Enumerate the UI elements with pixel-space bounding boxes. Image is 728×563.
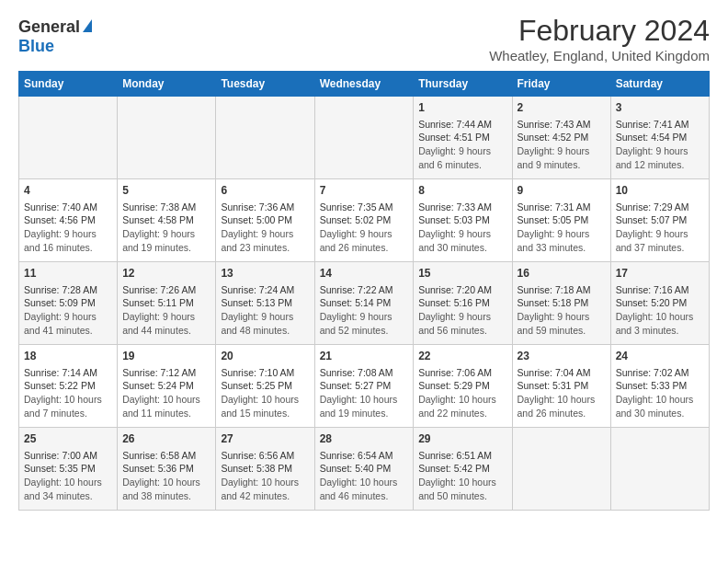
day-number: 24 (616, 349, 704, 364)
day-number: 8 (418, 183, 506, 199)
day-number: 14 (320, 266, 409, 282)
day-number: 29 (418, 431, 506, 447)
day-number: 7 (320, 183, 409, 199)
daylight-label: Daylight: 10 hours and 19 minutes. (320, 394, 398, 419)
calendar-week-4: 18Sunrise: 7:14 AMSunset: 5:22 PMDayligh… (19, 345, 710, 428)
day-info: Sunrise: 7:29 AMSunset: 5:07 PMDaylight:… (616, 201, 704, 255)
day-info: Sunrise: 6:51 AMSunset: 5:42 PMDaylight:… (418, 449, 506, 503)
daylight-label: Daylight: 9 hours and 44 minutes. (122, 311, 195, 336)
day-info: Sunrise: 7:44 AMSunset: 4:51 PMDaylight:… (418, 118, 506, 172)
daylight-label: Daylight: 9 hours and 48 minutes. (221, 311, 293, 336)
calendar-cell (314, 97, 414, 179)
daylight-label: Daylight: 10 hours and 22 minutes. (418, 394, 496, 419)
col-monday: Monday (118, 72, 216, 97)
calendar-cell: 7Sunrise: 7:35 AMSunset: 5:02 PMDaylight… (314, 179, 414, 262)
day-number: 4 (24, 183, 112, 199)
calendar-cell: 20Sunrise: 7:10 AMSunset: 5:25 PMDayligh… (216, 345, 314, 428)
day-info: Sunrise: 7:00 AMSunset: 5:35 PMDaylight:… (24, 449, 112, 503)
day-info: Sunrise: 7:24 AMSunset: 5:13 PMDaylight:… (221, 283, 309, 338)
calendar-cell: 26Sunrise: 6:58 AMSunset: 5:36 PMDayligh… (118, 428, 216, 511)
calendar-cell: 17Sunrise: 7:16 AMSunset: 5:20 PMDayligh… (610, 262, 709, 345)
day-number: 5 (122, 183, 210, 199)
calendar-cell: 5Sunrise: 7:38 AMSunset: 4:58 PMDaylight… (118, 179, 216, 262)
calendar-cell: 23Sunrise: 7:04 AMSunset: 5:31 PMDayligh… (512, 345, 610, 428)
daylight-label: Daylight: 9 hours and 23 minutes. (221, 228, 293, 253)
calendar-cell: 6Sunrise: 7:36 AMSunset: 5:00 PMDaylight… (216, 179, 314, 262)
logo-general-text: General (18, 17, 80, 37)
calendar-cell (19, 97, 118, 179)
calendar-cell: 15Sunrise: 7:20 AMSunset: 5:16 PMDayligh… (414, 262, 512, 345)
calendar-body: 1Sunrise: 7:44 AMSunset: 4:51 PMDaylight… (19, 97, 710, 511)
calendar-title: February 2024 (489, 14, 710, 48)
calendar-cell: 22Sunrise: 7:06 AMSunset: 5:29 PMDayligh… (414, 345, 512, 428)
day-number: 23 (518, 349, 606, 364)
page-header: General Blue February 2024 Wheatley, Eng… (18, 14, 710, 63)
col-saturday: Saturday (610, 72, 709, 97)
calendar-cell: 27Sunrise: 6:56 AMSunset: 5:38 PMDayligh… (216, 428, 314, 511)
day-number: 3 (616, 100, 704, 116)
calendar-cell: 13Sunrise: 7:24 AMSunset: 5:13 PMDayligh… (216, 262, 314, 345)
calendar-week-1: 1Sunrise: 7:44 AMSunset: 4:51 PMDaylight… (19, 97, 710, 179)
header-row: Sunday Monday Tuesday Wednesday Thursday… (19, 72, 710, 97)
calendar-cell: 3Sunrise: 7:41 AMSunset: 4:54 PMDaylight… (610, 97, 709, 179)
col-wednesday: Wednesday (314, 72, 414, 97)
day-info: Sunrise: 7:04 AMSunset: 5:31 PMDaylight:… (518, 366, 606, 420)
calendar-cell: 18Sunrise: 7:14 AMSunset: 5:22 PMDayligh… (19, 345, 118, 428)
daylight-label: Daylight: 10 hours and 34 minutes. (24, 477, 102, 501)
day-number: 1 (418, 100, 506, 116)
day-info: Sunrise: 7:40 AMSunset: 4:56 PMDaylight:… (24, 201, 112, 255)
day-number: 10 (616, 183, 704, 199)
calendar-week-3: 11Sunrise: 7:28 AMSunset: 5:09 PMDayligh… (19, 262, 710, 345)
calendar-week-2: 4Sunrise: 7:40 AMSunset: 4:56 PMDaylight… (19, 179, 710, 262)
day-info: Sunrise: 7:31 AMSunset: 5:05 PMDaylight:… (518, 201, 606, 255)
day-number: 19 (122, 349, 210, 364)
calendar-cell: 29Sunrise: 6:51 AMSunset: 5:42 PMDayligh… (414, 428, 512, 511)
daylight-label: Daylight: 9 hours and 12 minutes. (616, 145, 688, 170)
day-info: Sunrise: 7:36 AMSunset: 5:00 PMDaylight:… (221, 201, 309, 255)
logo-blue-text: Blue (18, 37, 54, 56)
calendar-cell: 21Sunrise: 7:08 AMSunset: 5:27 PMDayligh… (314, 345, 414, 428)
calendar-cell: 9Sunrise: 7:31 AMSunset: 5:05 PMDaylight… (512, 179, 610, 262)
day-number: 25 (24, 431, 112, 447)
day-info: Sunrise: 7:20 AMSunset: 5:16 PMDaylight:… (418, 283, 506, 338)
daylight-label: Daylight: 10 hours and 26 minutes. (518, 394, 596, 419)
day-number: 20 (221, 349, 309, 364)
day-number: 21 (320, 349, 409, 364)
col-thursday: Thursday (414, 72, 512, 97)
day-info: Sunrise: 7:08 AMSunset: 5:27 PMDaylight:… (320, 366, 409, 420)
logo: General Blue (18, 17, 92, 56)
day-number: 13 (221, 266, 309, 282)
col-tuesday: Tuesday (216, 72, 314, 97)
calendar-cell: 10Sunrise: 7:29 AMSunset: 5:07 PMDayligh… (610, 179, 709, 262)
calendar-cell: 8Sunrise: 7:33 AMSunset: 5:03 PMDaylight… (414, 179, 512, 262)
day-info: Sunrise: 7:14 AMSunset: 5:22 PMDaylight:… (24, 366, 112, 420)
calendar-cell: 14Sunrise: 7:22 AMSunset: 5:14 PMDayligh… (314, 262, 414, 345)
daylight-label: Daylight: 10 hours and 30 minutes. (616, 394, 694, 419)
logo-arrow-icon (83, 19, 92, 32)
daylight-label: Daylight: 9 hours and 41 minutes. (24, 311, 97, 336)
day-info: Sunrise: 6:54 AMSunset: 5:40 PMDaylight:… (320, 449, 409, 503)
day-number: 15 (418, 266, 506, 282)
calendar-cell: 11Sunrise: 7:28 AMSunset: 5:09 PMDayligh… (19, 262, 118, 345)
calendar-week-5: 25Sunrise: 7:00 AMSunset: 5:35 PMDayligh… (19, 428, 710, 511)
day-number: 16 (518, 266, 606, 282)
calendar-cell: 4Sunrise: 7:40 AMSunset: 4:56 PMDaylight… (19, 179, 118, 262)
title-section: February 2024 Wheatley, England, United … (489, 14, 710, 63)
day-number: 28 (320, 431, 409, 447)
day-info: Sunrise: 6:58 AMSunset: 5:36 PMDaylight:… (122, 449, 210, 503)
calendar-subtitle: Wheatley, England, United Kingdom (489, 48, 710, 63)
day-info: Sunrise: 6:56 AMSunset: 5:38 PMDaylight:… (221, 449, 309, 503)
day-info: Sunrise: 7:28 AMSunset: 5:09 PMDaylight:… (24, 283, 112, 338)
day-info: Sunrise: 7:35 AMSunset: 5:02 PMDaylight:… (320, 201, 409, 255)
calendar-cell: 1Sunrise: 7:44 AMSunset: 4:51 PMDaylight… (414, 97, 512, 179)
daylight-label: Daylight: 9 hours and 33 minutes. (518, 228, 590, 253)
day-number: 12 (122, 266, 210, 282)
day-number: 11 (24, 266, 112, 282)
day-info: Sunrise: 7:06 AMSunset: 5:29 PMDaylight:… (418, 366, 506, 420)
calendar-cell: 24Sunrise: 7:02 AMSunset: 5:33 PMDayligh… (610, 345, 709, 428)
daylight-label: Daylight: 9 hours and 56 minutes. (418, 311, 491, 336)
day-number: 22 (418, 349, 506, 364)
daylight-label: Daylight: 10 hours and 3 minutes. (616, 311, 694, 336)
day-info: Sunrise: 7:12 AMSunset: 5:24 PMDaylight:… (122, 366, 210, 420)
day-number: 18 (24, 349, 112, 364)
